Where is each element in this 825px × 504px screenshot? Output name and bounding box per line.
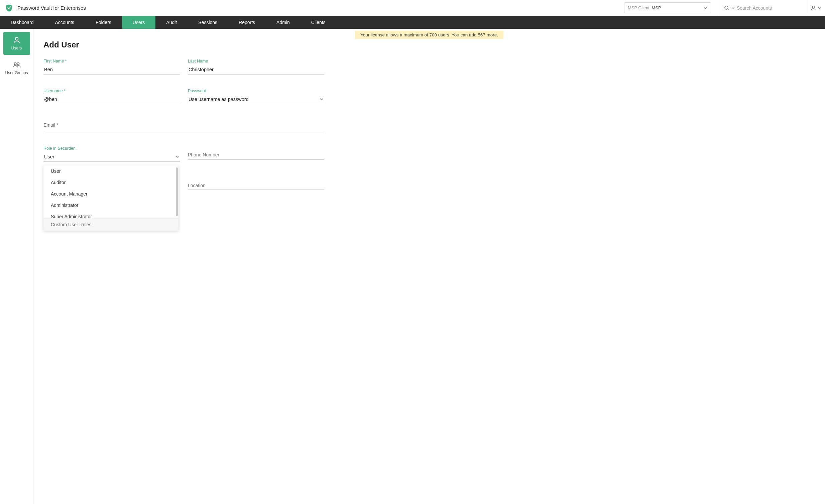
top-bar: Password Vault for Enterprises MSP Clien… <box>0 0 825 16</box>
user-icon <box>810 5 816 11</box>
app-title: Password Vault for Enterprises <box>17 5 86 11</box>
username-input[interactable] <box>44 95 180 104</box>
nav-tab-dashboard[interactable]: Dashboard <box>0 16 45 29</box>
username-label: Username * <box>44 89 180 93</box>
phone-label: Phone Number <box>188 152 219 157</box>
email-label: Email * <box>44 122 58 128</box>
shield-icon <box>5 4 13 12</box>
role-label: Role in Securden <box>44 146 180 151</box>
role-option-user[interactable]: User <box>44 165 178 177</box>
last-name-label: Last Name <box>188 59 324 64</box>
search-group <box>719 0 806 16</box>
nav-tab-admin[interactable]: Admin <box>266 16 301 29</box>
role-option-administrator[interactable]: Administrator <box>44 199 178 211</box>
sidebar-item-label: Users <box>11 46 22 51</box>
first-name-input[interactable] <box>44 65 180 75</box>
role-option-super-administrator[interactable]: Super Administrator <box>44 211 178 218</box>
email-input[interactable] <box>44 118 324 132</box>
role-dropdown: User Auditor Account Manager Administrat… <box>44 165 178 231</box>
search-icon[interactable] <box>724 5 729 11</box>
nav-tab-audit[interactable]: Audit <box>155 16 188 29</box>
svg-point-3 <box>14 63 16 65</box>
sidebar-item-user-groups[interactable]: User Groups <box>3 57 30 80</box>
field-email: Email * <box>44 118 324 132</box>
first-name-label: First Name * <box>44 59 180 64</box>
field-first-name: First Name * <box>44 59 180 75</box>
add-user-form: First Name * Last Name Username * Passwo… <box>44 59 324 206</box>
main-nav: Dashboard Accounts Folders Users Audit S… <box>0 16 825 29</box>
brand: Password Vault for Enterprises <box>0 4 86 12</box>
sidebar-item-label: User Groups <box>5 71 28 76</box>
field-role: Role in Securden User User Auditor Accou… <box>44 146 180 162</box>
role-select[interactable]: User <box>44 152 180 162</box>
location-input[interactable] <box>188 176 324 189</box>
chevron-down-icon <box>175 155 179 159</box>
nav-tab-reports[interactable]: Reports <box>228 16 266 29</box>
nav-tab-sessions[interactable]: Sessions <box>188 16 228 29</box>
chevron-down-icon[interactable] <box>731 6 735 10</box>
field-password: Password Use username as password <box>188 89 324 104</box>
location-label: Location <box>188 183 206 188</box>
msp-client-selector[interactable]: MSP Client: MSP <box>624 2 711 13</box>
field-location: Location <box>188 176 324 192</box>
svg-point-0 <box>725 6 728 9</box>
search-input[interactable] <box>737 5 794 11</box>
msp-client-value: MSP <box>652 5 661 10</box>
msp-client-label: MSP Client: <box>628 5 651 10</box>
role-option-account-manager[interactable]: Account Manager <box>44 188 178 199</box>
role-option-auditor[interactable]: Auditor <box>44 177 178 188</box>
nav-tab-accounts[interactable]: Accounts <box>45 16 85 29</box>
svg-point-2 <box>15 37 18 40</box>
chevron-down-icon <box>319 97 323 101</box>
nav-tab-clients[interactable]: Clients <box>301 16 336 29</box>
role-custom-header[interactable]: Custom User Roles <box>44 218 178 231</box>
nav-tab-folders[interactable]: Folders <box>85 16 122 29</box>
last-name-input[interactable] <box>188 65 324 75</box>
svg-point-4 <box>17 63 19 65</box>
role-value: User <box>44 154 55 159</box>
content-area: Your license allows a maximum of 700 use… <box>33 29 825 504</box>
nav-tab-users[interactable]: Users <box>122 16 156 29</box>
user-menu[interactable] <box>806 0 825 16</box>
page-title: Add User <box>44 40 815 50</box>
user-icon <box>13 36 21 44</box>
sidebar: Users User Groups <box>0 29 33 504</box>
sidebar-item-users[interactable]: Users <box>3 32 30 55</box>
field-phone: Phone Number <box>188 146 324 162</box>
password-mode-select[interactable]: Use username as password <box>188 95 324 104</box>
users-group-icon <box>12 61 21 69</box>
password-label: Password <box>188 89 324 93</box>
chevron-down-icon <box>818 6 821 10</box>
password-mode-value: Use username as password <box>189 97 249 102</box>
chevron-down-icon <box>703 6 707 10</box>
field-username: Username * <box>44 89 180 104</box>
field-last-name: Last Name <box>188 59 324 75</box>
license-banner: Your license allows a maximum of 700 use… <box>355 31 504 39</box>
svg-point-1 <box>812 6 814 8</box>
